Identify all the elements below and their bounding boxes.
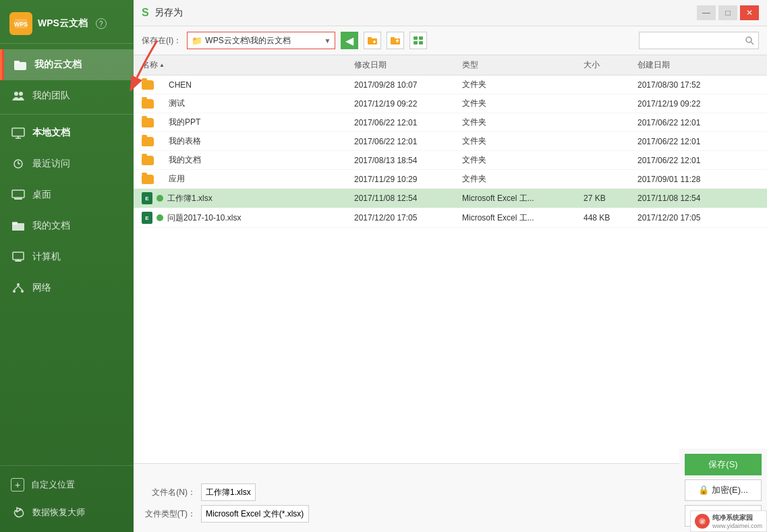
filename-select[interactable]: 工作簿1.xlsx xyxy=(201,483,256,501)
svg-rect-3 xyxy=(14,61,20,63)
network-icon xyxy=(11,280,26,295)
save-to-cloud-link[interactable]: 保存到云文档 xyxy=(142,469,759,481)
maximize-button[interactable]: □ xyxy=(718,5,737,20)
search-icon xyxy=(745,36,754,45)
plus-icon: + xyxy=(11,478,24,492)
recovery-icon xyxy=(11,505,26,520)
sidebar-item-recent[interactable]: 最近访问 xyxy=(0,148,134,179)
sidebar-item-desktop[interactable]: 桌面 xyxy=(0,179,134,210)
recent-label: 最近访问 xyxy=(32,158,70,170)
excel-icon: E xyxy=(142,212,152,224)
wps-s-icon: S xyxy=(142,7,149,19)
my-documents-label: 我的文档 xyxy=(32,220,70,232)
file-name: 问题2017-10-10.xlsx xyxy=(167,212,241,224)
file-created: 2017/11/08 12:54 xyxy=(637,194,759,203)
file-name: 我的表格 xyxy=(169,136,201,147)
file-row[interactable]: 我的表格 2017/06/22 12:01 文件夹 2017/06/22 12:… xyxy=(134,132,767,151)
toolbar-area: 保存在(I)： 📁 WPS云文档\我的云文档 ▼ ◀ xyxy=(134,26,767,55)
sidebar-item-cloud-docs[interactable]: 我的云文档 xyxy=(0,49,134,80)
bottom-bar: 保存到云文档 文件名(N)： 工作簿1.xlsx 文件类型(T)： Micros… xyxy=(134,463,767,532)
search-input[interactable] xyxy=(644,36,745,45)
svg-rect-17 xyxy=(15,260,22,262)
svg-line-36 xyxy=(751,42,754,45)
svg-rect-13 xyxy=(14,198,22,200)
file-type: 文件夹 xyxy=(462,154,584,166)
back-button[interactable]: ◀ xyxy=(341,32,358,49)
filename-row: 文件名(N)： 工作簿1.xlsx xyxy=(142,483,759,501)
folder-icon xyxy=(142,175,154,184)
save-button[interactable]: 保存(S) xyxy=(685,454,762,475)
file-list-body: CHEN 2017/09/28 10:07 文件夹 2017/08/30 17:… xyxy=(134,76,767,463)
svg-rect-32 xyxy=(419,36,423,40)
svg-rect-34 xyxy=(419,41,423,45)
window-controls: — □ ✕ xyxy=(697,5,759,20)
header-modified: 修改日期 xyxy=(354,59,462,71)
svg-rect-16 xyxy=(13,252,24,260)
file-modified: 2017/12/19 09:22 xyxy=(354,99,462,109)
sidebar-item-local-docs[interactable]: 本地文档 xyxy=(0,117,134,148)
minimize-button[interactable]: — xyxy=(697,5,716,20)
computer-icon xyxy=(11,249,26,264)
encrypt-button[interactable]: 🔒 加密(E)... xyxy=(685,479,762,501)
filetype-select[interactable]: Microsoft Excel 文件(*.xlsx) xyxy=(201,505,309,523)
help-icon[interactable]: ? xyxy=(96,18,107,29)
wps-logo: WPS xyxy=(9,12,32,35)
svg-line-22 xyxy=(14,286,18,290)
file-type: Microsoft Excel 工... xyxy=(462,212,584,224)
file-modified: 2017/12/20 17:05 xyxy=(354,213,462,223)
watermark-logo: 家 xyxy=(695,514,710,529)
file-row[interactable]: 我的PPT 2017/06/22 12:01 文件夹 2017/06/22 12… xyxy=(134,113,767,132)
file-row[interactable]: 我的文档 2017/08/13 18:54 文件夹 2017/06/22 12:… xyxy=(134,151,767,170)
sync-status-dot xyxy=(157,214,163,221)
sidebar-item-my-team[interactable]: 我的团队 xyxy=(0,80,134,111)
svg-rect-25 xyxy=(368,37,372,40)
sidebar-nav: 我的云文档 我的团队 xyxy=(0,44,134,465)
file-modified: 2017/11/08 12:54 xyxy=(354,194,462,203)
search-box xyxy=(639,32,759,49)
file-row[interactable]: E 工作簿1.xlsx 2017/11/08 12:54 Microsoft E… xyxy=(134,189,767,208)
close-button[interactable]: ✕ xyxy=(740,5,759,20)
svg-text:家: 家 xyxy=(700,519,704,525)
file-row[interactable]: 测试 2017/12/19 09:22 文件夹 2017/12/19 09:22 xyxy=(134,94,767,113)
folder-icon xyxy=(142,118,154,127)
svg-point-4 xyxy=(14,92,18,96)
sidebar-item-network[interactable]: 网络 xyxy=(0,272,134,303)
excel-icon: E xyxy=(142,192,152,204)
file-name-cell: 我的表格 xyxy=(142,136,354,147)
path-combobox[interactable]: 📁 WPS云文档\我的云文档 ▼ xyxy=(187,32,335,49)
file-modified: 2017/09/28 10:07 xyxy=(354,80,462,90)
filetype-label: 文件类型(T)： xyxy=(142,508,196,520)
file-type: 文件夹 xyxy=(462,98,584,109)
file-name: 测试 xyxy=(169,98,185,109)
data-recovery-btn[interactable]: 数据恢复大师 xyxy=(0,498,134,527)
header-size: 大小 xyxy=(584,59,637,71)
folder-icon xyxy=(142,80,154,90)
file-created: 2017/12/19 09:22 xyxy=(637,99,759,109)
filename-select-wrapper: 工作簿1.xlsx xyxy=(201,483,759,501)
file-row[interactable]: E 问题2017-10-10.xlsx 2017/12/20 17:05 Mic… xyxy=(134,208,767,228)
folder-icon xyxy=(142,156,154,165)
cloud-docs-label: 我的云文档 xyxy=(34,59,82,71)
upload-button[interactable] xyxy=(387,32,404,49)
file-size: 448 KB xyxy=(584,213,637,223)
desktop-label: 桌面 xyxy=(32,189,51,201)
sidebar-item-computer[interactable]: 计算机 xyxy=(0,241,134,272)
view-toggle-button[interactable] xyxy=(409,32,427,49)
file-name: 我的PPT xyxy=(169,117,200,128)
svg-rect-33 xyxy=(414,41,418,45)
file-modified: 2017/11/29 10:29 xyxy=(354,175,462,184)
network-label: 网络 xyxy=(32,282,51,294)
file-row[interactable]: CHEN 2017/09/28 10:07 文件夹 2017/08/30 17:… xyxy=(134,76,767,94)
file-modified: 2017/06/22 12:01 xyxy=(354,118,462,127)
svg-point-21 xyxy=(21,290,24,293)
file-name-cell: E 问题2017-10-10.xlsx xyxy=(142,212,354,224)
file-row[interactable]: 应用 2017/11/29 10:29 文件夹 2017/09/01 11:28 xyxy=(134,170,767,189)
file-name-cell: CHEN xyxy=(142,80,354,90)
new-folder-button[interactable] xyxy=(364,32,381,49)
file-name-cell: 测试 xyxy=(142,98,354,109)
svg-rect-12 xyxy=(12,190,24,198)
sidebar-item-my-documents[interactable]: 我的文档 xyxy=(0,210,134,241)
custom-location-btn[interactable]: + 自定义位置 xyxy=(0,471,134,498)
nav-divider-1 xyxy=(0,114,134,115)
folder-icon xyxy=(11,218,26,233)
